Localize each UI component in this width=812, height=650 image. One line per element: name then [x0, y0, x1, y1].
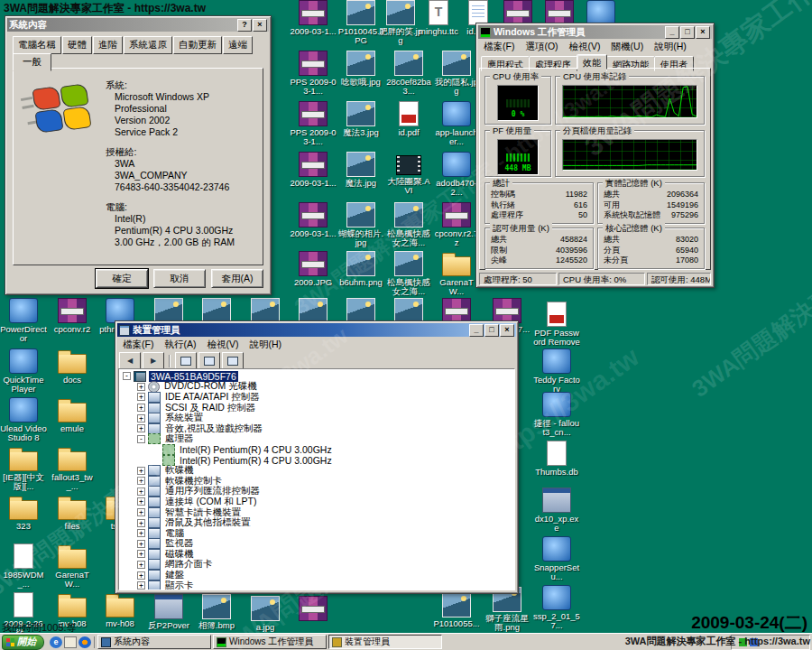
desktop-icon[interactable]: PDF Password Remover v2.2 — [533, 302, 580, 348]
desktop-icon[interactable]: 松島楓快感女之海... — [385, 202, 432, 247]
desktop-icon[interactable]: 相簿.bmp — [193, 594, 240, 630]
desktop-icon[interactable]: app-launcher... — [433, 101, 480, 146]
quick-launch-show-desktop-icon[interactable] — [64, 636, 77, 648]
desktop-icon[interactable]: PowerDirector — [0, 298, 47, 343]
desktop-icon[interactable]: emule — [49, 397, 96, 433]
tab-computer-name[interactable]: 電腦名稱 — [13, 36, 61, 54]
desktop-icon[interactable]: cpconv.r2.7z — [433, 202, 480, 247]
menu-file[interactable]: 檔案(F) — [478, 41, 520, 53]
desktop-icon[interactable]: b6uhm.png — [337, 251, 384, 287]
desktop-icon[interactable]: [IE器][中文版][... — [0, 446, 47, 491]
back-button[interactable]: ◀ — [119, 352, 141, 369]
menu-file[interactable]: 檔案(F) — [117, 339, 159, 351]
tree-item[interactable]: -處理器 — [121, 434, 514, 445]
taskbar-task-device-manager[interactable]: 裝置管理員 — [328, 635, 442, 649]
desktop-icon[interactable]: 2009-03-1... — [290, 0, 337, 36]
desktop-icon[interactable]: 我的隱私.jpg — [433, 51, 480, 96]
expand-plus-icon[interactable]: + — [137, 467, 145, 475]
desktop-icon[interactable]: 2009-03-1... — [290, 202, 337, 238]
desktop-icon[interactable]: 捷徑 - fallout3_cn... — [533, 392, 580, 437]
expand-plus-icon[interactable]: + — [137, 477, 145, 485]
collapse-minus-icon[interactable]: - — [123, 372, 131, 380]
desktop-icon[interactable]: GarenaTW... — [49, 543, 96, 589]
desktop-icon[interactable]: 28c0ef82ba3... — [385, 51, 432, 96]
menu-help[interactable]: 說明(H) — [244, 339, 287, 351]
task-manager-titlebar[interactable]: Windows 工作管理員 _ □ × — [478, 25, 712, 39]
quick-launch-ie-icon[interactable]: e — [50, 636, 62, 648]
tree-item[interactable]: +顯示卡 — [121, 580, 514, 590]
desktop-icon[interactable]: 1985WDM_... — [0, 543, 47, 589]
tab-system-restore[interactable]: 系統還原 — [124, 36, 172, 54]
ok-button[interactable]: 確定 — [96, 269, 148, 288]
desktop-icon[interactable]: GarenaTW... — [433, 251, 480, 296]
properties-button[interactable] — [198, 352, 220, 369]
desktop-icon[interactable]: mv-h08 — [97, 592, 143, 628]
tree-item[interactable]: Intel(R) Pentium(R) 4 CPU 3.00GHz — [121, 444, 514, 455]
desktop-icon[interactable]: 魔法.jpg — [337, 152, 384, 188]
expand-plus-icon[interactable]: + — [137, 561, 145, 569]
expand-plus-icon[interactable]: + — [137, 424, 145, 432]
expand-plus-icon[interactable]: + — [137, 488, 145, 496]
expand-plus-icon[interactable]: + — [137, 519, 145, 527]
desktop-icon[interactable]: adodb470-2... — [433, 152, 480, 197]
desktop-icon[interactable]: dx10_xp.exe — [533, 488, 580, 533]
tab-hardware[interactable]: 硬體 — [62, 36, 92, 54]
desktop-icon[interactable]: Teddy Factory — [533, 348, 580, 394]
expand-plus-icon[interactable]: + — [137, 529, 145, 537]
tab-remote[interactable]: 遠端 — [223, 36, 253, 54]
menu-view[interactable]: 檢視(V) — [564, 41, 606, 53]
expand-plus-icon[interactable]: + — [137, 540, 145, 548]
desktop-icon[interactable]: 反P2Pover — [145, 594, 192, 630]
menu-view[interactable]: 檢視(V) — [201, 339, 244, 351]
minimize-button[interactable]: _ — [665, 26, 679, 39]
desktop-icon[interactable]: Thumbs.db — [533, 441, 580, 477]
desktop-icon[interactable]: ssp_2_01_57... — [533, 585, 580, 630]
desktop-icon[interactable]: SnapperSetu... — [533, 536, 580, 581]
tab-advanced[interactable]: 進階 — [93, 36, 123, 54]
desktop-icon[interactable]: P1010055... — [433, 592, 480, 628]
desktop-icon[interactable]: PPS 2009-03-1... — [290, 101, 337, 146]
desktop-icon[interactable]: fallout3_tw_... — [49, 446, 96, 491]
system-properties-titlebar[interactable]: 系統內容 ? × — [7, 18, 269, 32]
desktop-icon[interactable]: cpconv.r2 — [49, 298, 96, 334]
expand-plus-icon[interactable]: + — [137, 393, 145, 401]
desktop-icon[interactable]: 唸歌哦.jpg — [337, 51, 384, 87]
tab-general[interactable]: 一般 — [13, 53, 51, 71]
apply-button[interactable]: 套用(A) — [211, 269, 263, 288]
desktop-icon[interactable]: a.jpg — [242, 596, 289, 632]
expand-plus-icon[interactable]: + — [137, 508, 145, 516]
menu-options[interactable]: 選項(O) — [520, 41, 563, 53]
maximize-button[interactable]: □ — [680, 26, 695, 39]
expand-plus-icon[interactable]: + — [137, 581, 145, 590]
desktop-icon[interactable]: 323 — [0, 495, 47, 531]
tab-auto-update[interactable]: 自動更新 — [173, 36, 222, 54]
menu-shutdown[interactable]: 關機(U) — [606, 41, 650, 53]
desktop-icon[interactable] — [290, 596, 337, 623]
expand-plus-icon[interactable]: + — [137, 571, 145, 580]
desktop-icon[interactable]: 2009-03-1... — [290, 152, 337, 188]
desktop-icon[interactable]: docs — [49, 348, 96, 385]
forward-button[interactable]: ▶ — [143, 352, 164, 369]
desktop-icon[interactable]: 蝴蝶的相片.jpg — [337, 202, 384, 247]
show-console-tree-button[interactable] — [175, 352, 197, 369]
expand-plus-icon[interactable]: + — [137, 383, 145, 391]
collapse-minus-icon[interactable]: - — [137, 435, 145, 443]
expand-plus-icon[interactable]: + — [137, 550, 145, 558]
desktop-icon[interactable]: 2009.JPG — [290, 251, 337, 287]
help-button[interactable]: ? — [237, 19, 252, 32]
desktop-icon[interactable]: QuickTime Player — [0, 348, 47, 394]
desktop-icon[interactable]: id.pdf — [385, 101, 432, 137]
desktop-icon[interactable]: 松島楓快感女之海... — [385, 251, 432, 296]
cancel-button[interactable]: 取消 — [153, 269, 206, 288]
close-button[interactable]: × — [253, 19, 267, 32]
start-button[interactable]: 開始 — [2, 635, 44, 650]
menu-action[interactable]: 執行(A) — [159, 339, 201, 351]
menu-help[interactable]: 說明(H) — [649, 41, 692, 53]
desktop-icon[interactable]: 大陸團聚.AVI — [385, 152, 432, 195]
quick-launch-media-player-icon[interactable] — [78, 636, 91, 648]
expand-plus-icon[interactable]: + — [137, 497, 145, 506]
tab-performance[interactable]: 效能 — [577, 54, 607, 70]
taskbar-task-task-manager[interactable]: Windows 工作管理員 — [213, 635, 327, 649]
minimize-button[interactable]: _ — [469, 324, 484, 337]
desktop-icon[interactable]: files — [49, 495, 96, 531]
